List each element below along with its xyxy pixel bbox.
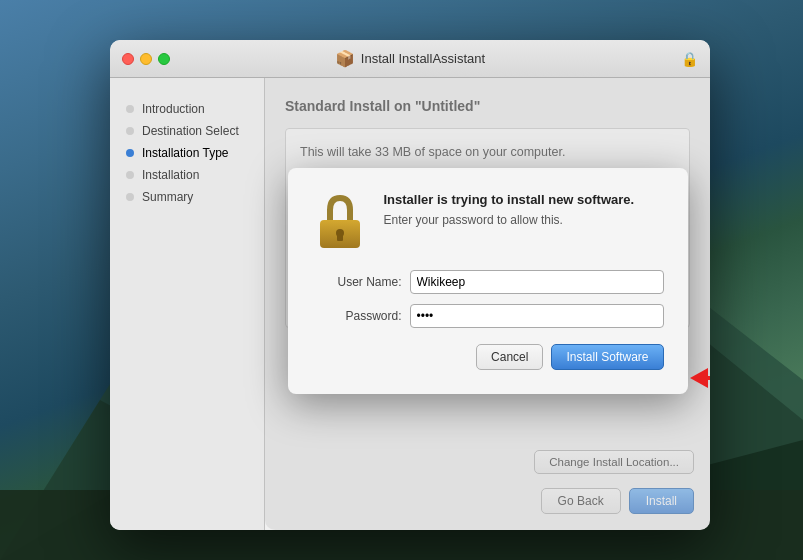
sidebar-label-summary: Summary — [142, 190, 193, 204]
cancel-button[interactable]: Cancel — [476, 344, 543, 370]
sidebar-item-summary: Summary — [110, 186, 264, 208]
arrow-line — [708, 376, 711, 380]
sidebar-label-destination: Destination Select — [142, 124, 239, 138]
username-label: User Name: — [312, 275, 402, 289]
sidebar-dot-installation-type — [126, 149, 134, 157]
install-software-button[interactable]: Install Software — [551, 344, 663, 370]
password-label: Password: — [312, 309, 402, 323]
lock-icon: 🔒 — [681, 51, 698, 67]
sidebar-dot-destination — [126, 127, 134, 135]
sidebar-item-destination: Destination Select — [110, 120, 264, 142]
main-content: Standard Install on "Untitled" This will… — [265, 78, 710, 530]
sidebar-item-installation: Installation — [110, 164, 264, 186]
title-bar: 📦 Install InstallAssistant 🔒 — [110, 40, 710, 78]
minimize-button[interactable] — [140, 53, 152, 65]
svg-rect-6 — [337, 235, 343, 241]
sidebar-dot-introduction — [126, 105, 134, 113]
padlock-icon — [312, 192, 368, 252]
sidebar-label-installation: Installation — [142, 168, 199, 182]
title-text: Install InstallAssistant — [361, 51, 485, 66]
sidebar-dot-summary — [126, 193, 134, 201]
window-title: 📦 Install InstallAssistant — [335, 49, 485, 68]
username-row: User Name: — [312, 270, 664, 294]
sidebar-label-introduction: Introduction — [142, 102, 205, 116]
password-input[interactable] — [410, 304, 664, 328]
auth-dialog-text: Installer is trying to install new softw… — [384, 192, 635, 227]
sidebar-item-installation-type: Installation Type — [110, 142, 264, 164]
maximize-button[interactable] — [158, 53, 170, 65]
auth-dialog-header: Installer is trying to install new softw… — [312, 192, 664, 252]
red-arrow-annotation — [708, 376, 711, 380]
username-input[interactable] — [410, 270, 664, 294]
title-icon: 📦 — [335, 49, 355, 68]
auth-dialog-title: Installer is trying to install new softw… — [384, 192, 635, 207]
auth-buttons: Cancel Install Software — [312, 344, 664, 370]
traffic-lights — [122, 53, 170, 65]
sidebar-item-introduction: Introduction — [110, 98, 264, 120]
window-body: Introduction Destination Select Installa… — [110, 78, 710, 530]
auth-dialog: Installer is trying to install new softw… — [288, 168, 688, 394]
sidebar-dot-installation — [126, 171, 134, 179]
sidebar-label-installation-type: Installation Type — [142, 146, 229, 160]
close-button[interactable] — [122, 53, 134, 65]
installer-window: 📦 Install InstallAssistant 🔒 Introductio… — [110, 40, 710, 530]
arrow-head — [690, 368, 708, 388]
sidebar: Introduction Destination Select Installa… — [110, 78, 265, 530]
auth-dialog-subtitle: Enter your password to allow this. — [384, 213, 635, 227]
password-row: Password: — [312, 304, 664, 328]
